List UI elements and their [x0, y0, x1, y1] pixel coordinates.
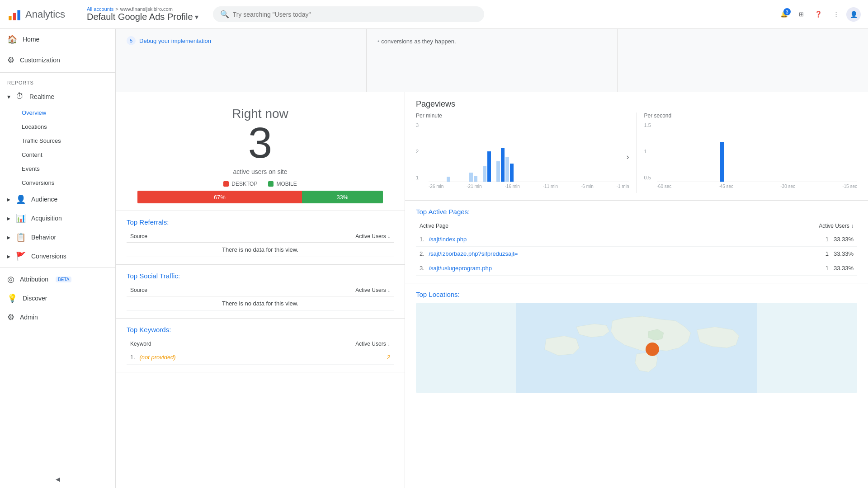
y-labels-second: 1.5 1 0.5: [644, 121, 651, 182]
sort-arrow-social: ↓: [387, 287, 390, 293]
chart-next-button[interactable]: ›: [627, 152, 629, 162]
step-number: 5: [127, 36, 136, 45]
x-label-30: -30 sec: [780, 184, 795, 189]
analytics-logo-icon: [7, 7, 22, 22]
collapse-sidebar-button[interactable]: ◀: [0, 470, 115, 488]
chart-bar-highlight: [487, 151, 491, 182]
top-locations-section: Top Locations:: [405, 283, 868, 400]
sidebar-item-customization[interactable]: ⚙ Customization: [0, 50, 112, 70]
chart-bar: [474, 176, 477, 182]
table-row: There is no data for this view.: [127, 296, 394, 311]
all-accounts-link[interactable]: All accounts: [87, 6, 113, 12]
notifications-button[interactable]: 🔔 3: [777, 7, 792, 21]
sidebar-item-behavior[interactable]: ▸ 📋 Behavior: [0, 228, 115, 247]
device-bar: 67% 33%: [137, 191, 383, 203]
no-data-referrals: There is no data for this view.: [127, 243, 394, 257]
sidebar-item-home[interactable]: 🏠 Home: [0, 29, 112, 50]
acquisition-label: Acquisition: [31, 215, 62, 222]
reports-section-label: REPORTS: [0, 75, 115, 87]
info-col-3: [618, 29, 868, 92]
locations-label: Locations: [22, 123, 47, 130]
sidebar-item-admin[interactable]: ⚙ Admin: [0, 308, 115, 327]
minute-bars: [429, 121, 629, 182]
social-users-header: Active Users ↓: [225, 284, 394, 296]
sidebar-divider-1: [0, 72, 115, 73]
dropdown-arrow-icon[interactable]: ▾: [195, 13, 198, 21]
top-referrals-table: Source Active Users ↓ There is no data f…: [127, 230, 394, 257]
sidebar-subitem-traffic-sources[interactable]: Traffic Sources: [0, 134, 115, 148]
sidebar-item-audience[interactable]: ▸ 👤 Audience: [0, 190, 115, 209]
sidebar-subitem-locations[interactable]: Locations: [0, 120, 115, 134]
debug-link[interactable]: Debug your implementation: [139, 38, 211, 44]
realtime-icon: ⏱: [16, 92, 24, 101]
discover-label: Discover: [23, 295, 47, 302]
active-page-users-3: 1 33.33%: [732, 261, 857, 276]
main-layout: 🏠 Home ⚙ Customization REPORTS ▾ ⏱ Realt…: [0, 29, 868, 488]
no-data-social: There is no data for this view.: [127, 296, 394, 311]
right-now-subtitle: active users on site: [127, 168, 394, 175]
world-map-svg: [416, 303, 857, 393]
sort-arrow-active-pages: ↓: [851, 223, 854, 229]
sidebar-subitem-events[interactable]: Events: [0, 162, 115, 176]
attribution-icon: ◎: [7, 274, 14, 284]
sidebar-customization-label: Customization: [20, 56, 60, 64]
sidebar-item-attribution[interactable]: ◎ Attribution BETA: [0, 270, 115, 289]
x-label: -11 min: [543, 184, 558, 189]
sidebar-realtime-group: ▾ ⏱ Realtime Overview Locations Traffic …: [0, 87, 115, 190]
table-row: 1. (not provided) 2: [127, 350, 394, 365]
more-options-button[interactable]: ⋮: [830, 7, 843, 21]
chart-bar: [505, 157, 509, 182]
x-label-15: -15 sec: [842, 184, 857, 189]
sidebar-item-realtime[interactable]: ▾ ⏱ Realtime: [0, 87, 115, 106]
avatar[interactable]: 👤: [846, 7, 861, 22]
notification-badge: 3: [783, 8, 791, 15]
search-input[interactable]: [233, 11, 477, 18]
page-link-3[interactable]: /sajt/uslugeprogram.php: [429, 265, 491, 272]
x-label-60: -60 sec: [657, 184, 672, 189]
info-step: 5 Debug your implementation: [127, 36, 355, 45]
second-bars: [657, 121, 858, 182]
sidebar-item-acquisition[interactable]: ▸ 📊 Acquisition: [0, 209, 115, 228]
sidebar-subitem-overview[interactable]: Overview: [0, 106, 115, 120]
chart-bar: [496, 161, 500, 182]
svg-rect-2: [17, 10, 20, 20]
apps-button[interactable]: ⊞: [795, 7, 807, 21]
page-link-2[interactable]: /sajt/izborbaze.php?sifpreduzsajt=: [429, 250, 518, 257]
x-labels-minute: -26 min -21 min -16 min -11 min -6 min -…: [429, 184, 629, 189]
top-keywords-section: Top Keywords: Keyword Active Users ↓: [116, 319, 405, 372]
desktop-legend-dot: [223, 181, 229, 187]
events-label: Events: [22, 165, 40, 172]
charts-row: Per minute 3 2 1: [416, 113, 857, 193]
admin-icon: ⚙: [7, 312, 14, 322]
y-labels-minute: 3 2 1: [416, 121, 419, 182]
map-container: [416, 303, 857, 393]
sidebar-subitem-content[interactable]: Content: [0, 148, 115, 162]
x-label: -26 min: [429, 184, 443, 189]
y-label-3: 3: [416, 122, 419, 128]
sidebar-divider-2: [0, 267, 115, 268]
keyword-row-users: 2: [275, 350, 394, 365]
keyword-users-header: Active Users ↓: [275, 338, 394, 350]
table-row: 1. /sajt/index.php 1 33.33%: [416, 232, 857, 247]
referrals-source-header: Source: [127, 230, 225, 243]
sidebar-subitem-conversions-realtime[interactable]: Conversions: [0, 176, 115, 190]
topbar: Analytics All accounts > www.finansijski…: [0, 0, 868, 29]
page-link-1[interactable]: /sajt/index.php: [429, 236, 467, 243]
sidebar-item-discover[interactable]: 💡 Discover: [0, 289, 115, 308]
help-button[interactable]: ❓: [811, 7, 826, 21]
top-active-pages-section: Top Active Pages: Active Page Active Use…: [405, 201, 868, 283]
sidebar-item-conversions[interactable]: ▸ 🚩 Conversions: [0, 247, 115, 266]
table-row: 2. /sajt/izborbaze.php?sifpreduzsajt= 1 …: [416, 247, 857, 261]
breadcrumb-main: Default Google Ads Profile ▾: [87, 12, 198, 22]
x-label: -1 min: [617, 184, 629, 189]
expand-icon-acquisition: ▸: [7, 215, 10, 222]
search-box: 🔍: [213, 6, 484, 22]
active-page-users-2: 1 33.33%: [732, 247, 857, 261]
per-minute-chart-area: 3 2 1: [416, 121, 629, 193]
sort-arrow-referrals: ↓: [387, 233, 390, 239]
dashboard: Right now 3 active users on site DESKTOP…: [116, 92, 868, 488]
chart-bar: [447, 177, 450, 182]
top-active-pages-title: Top Active Pages:: [416, 208, 857, 216]
active-page-cell-1: 1. /sajt/index.php: [416, 232, 732, 247]
y-label-2: 2: [416, 149, 419, 154]
